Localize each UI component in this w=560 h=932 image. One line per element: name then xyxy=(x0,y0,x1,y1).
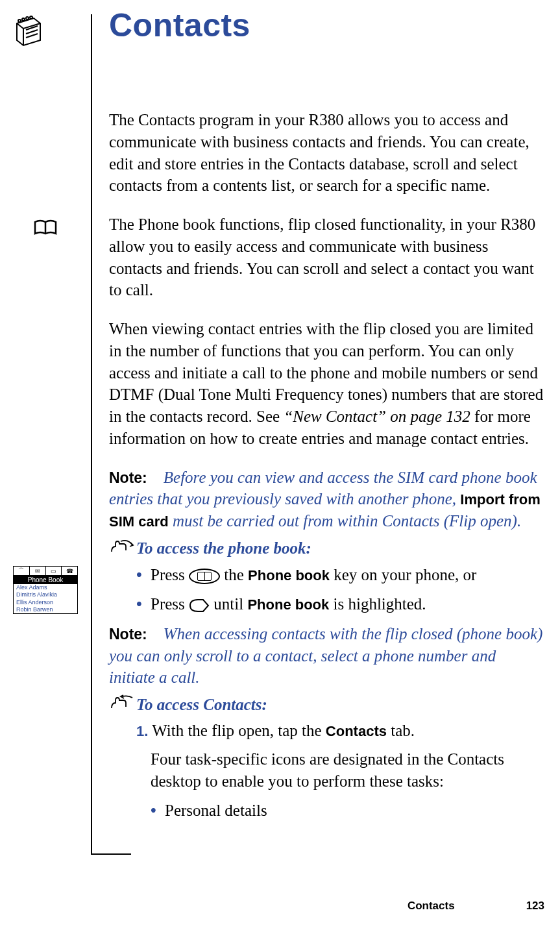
footer-pagenum: 123 xyxy=(526,900,544,913)
open-book-icon xyxy=(34,219,57,239)
phonebook-key-icon xyxy=(189,569,220,584)
vertical-rule xyxy=(91,14,92,855)
t1b1-c: key on your phone, or xyxy=(330,566,476,583)
svg-point-3 xyxy=(30,16,32,19)
note-label: Note: xyxy=(109,469,147,486)
svg-point-0 xyxy=(18,19,21,22)
step-1: 1. With the flip open, tap the Contacts … xyxy=(136,720,544,742)
t1b2-a: Press xyxy=(151,595,189,613)
task-heading-phonebook: To access the phone book: xyxy=(109,537,544,559)
intro-para-1: The Contacts program in your R380 allows… xyxy=(109,109,544,197)
intro-para-3: When viewing contact entries with the fl… xyxy=(109,318,544,450)
hand-flip-open-icon xyxy=(109,694,135,716)
note-1: Note: Before you can view and access the… xyxy=(109,467,544,532)
t1b2-b: until xyxy=(213,595,247,613)
step1-sub-bullet-1: Personal details xyxy=(151,800,544,822)
task-heading-contacts: To access Contacts: xyxy=(109,694,544,716)
pb-row: Ellis Anderson xyxy=(14,599,77,606)
intro-para-2: The Phone book functions, flip closed fu… xyxy=(109,214,544,301)
svg-point-2 xyxy=(26,17,29,19)
svg-point-1 xyxy=(22,18,25,21)
step1-bold: Contacts xyxy=(326,723,387,739)
note1-b: must be carried out from within Contacts… xyxy=(169,512,521,530)
task1-bullet-2: Press until Phone book is highlighted. xyxy=(136,593,544,615)
step1-num: 1. xyxy=(136,723,148,739)
step1-subpara: Four task-specific icons are designated … xyxy=(109,748,544,792)
step1-a: With the flip open, tap the xyxy=(148,722,325,739)
pb-row: Robin Barwen xyxy=(14,606,77,613)
note-2: Note: When accessing contacts with the f… xyxy=(109,623,544,689)
t1b1-bold: Phone book xyxy=(248,567,330,583)
t1b2-bold: Phone book xyxy=(247,596,329,613)
cross-ref: “New Contact” on page 132 xyxy=(284,408,470,425)
task1-bullet-1: Press the Phone book key on your phone, … xyxy=(136,563,544,586)
pb-row: Dimitris Alavikia xyxy=(14,591,77,598)
t1b1-b: the xyxy=(224,566,248,583)
phone-book-illustration: ⌒✉▭☎ Phone Book Alex Adams Dimitris Alav… xyxy=(13,566,78,614)
right-arrow-key-icon xyxy=(189,598,210,613)
pb-row: Alex Adams xyxy=(14,584,77,591)
step1-b: tab. xyxy=(387,722,415,739)
rolodex-icon xyxy=(12,14,44,47)
t1b1-a: Press xyxy=(151,566,189,583)
note2-text: When accessing contacts with the flip cl… xyxy=(109,625,542,687)
footer-section: Contacts xyxy=(408,900,455,913)
task2-head-text: To access Contacts: xyxy=(136,696,267,714)
t1b2-c: is highlighted. xyxy=(329,595,426,613)
hand-flip-closed-icon xyxy=(109,537,135,559)
task1-head-text: To access the phone book: xyxy=(136,539,311,558)
page-title: Contacts xyxy=(109,6,544,44)
pb-header: Phone Book xyxy=(14,576,77,584)
corner-rule xyxy=(92,853,131,855)
note-label-2: Note: xyxy=(109,626,147,643)
